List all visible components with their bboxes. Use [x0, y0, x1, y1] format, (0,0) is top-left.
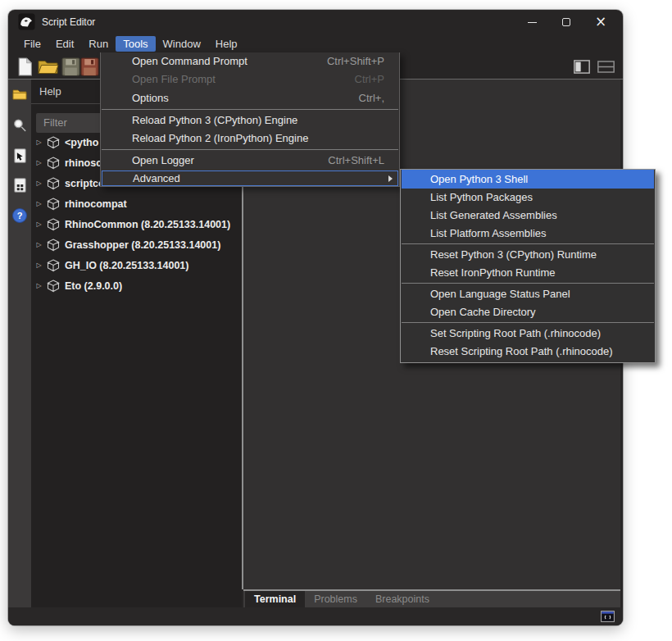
save-all-icon — [80, 57, 99, 76]
template-file-icon — [14, 178, 26, 193]
scripts-panel-button[interactable] — [8, 148, 31, 163]
status-bar — [8, 607, 623, 625]
tab-breakpoints[interactable]: Breakpoints — [366, 591, 438, 607]
submenu-item-reset-scripting-root-path[interactable]: Reset Scripting Root Path (.rhinocode) — [402, 343, 654, 361]
menu-item-advanced[interactable]: Advanced — [102, 170, 398, 186]
menu-item-reload-python3-engine[interactable]: Reload Python 3 (CPython) Engine — [101, 111, 399, 130]
submenu-item-list-platform-assemblies[interactable]: List Platform Assemblies — [402, 225, 654, 243]
window-title: Script Editor — [42, 10, 95, 34]
menu-item-open-logger[interactable]: Open Logger Ctrl+Shift+L — [101, 152, 399, 170]
new-file-button[interactable] — [17, 57, 33, 76]
menu-separator — [102, 149, 398, 150]
titlebar: Script Editor — [8, 10, 623, 34]
package-icon — [47, 136, 60, 149]
menu-item-open-command-prompt[interactable]: Open Command Prompt Ctrl+Shift+P — [101, 52, 399, 70]
menu-separator — [402, 243, 654, 244]
shortcut: Ctrl+Shift+L — [328, 152, 384, 170]
shortcut: Ctrl+Shift+P — [327, 52, 384, 70]
tab-terminal[interactable]: Terminal — [245, 591, 305, 607]
close-button[interactable] — [583, 10, 618, 34]
tree-item-eto[interactable]: Eto (2.9.0.0) — [31, 275, 242, 296]
expand-chevron-icon[interactable] — [33, 261, 45, 269]
script-window-button[interactable] — [601, 611, 615, 622]
submenu-item-open-cache-directory[interactable]: Open Cache Directory — [402, 303, 654, 321]
search-panel-button[interactable] — [8, 118, 31, 133]
expand-chevron-icon[interactable] — [33, 241, 45, 248]
activity-bar — [8, 80, 31, 607]
package-icon — [47, 239, 60, 252]
expand-chevron-icon[interactable] — [33, 139, 45, 146]
package-icon — [47, 280, 60, 293]
shortcut: Ctrl+, — [359, 89, 384, 107]
submenu-arrow-icon — [388, 175, 393, 182]
package-icon — [47, 259, 60, 272]
tools-menu: Open Command Prompt Ctrl+Shift+P Open Fi… — [100, 52, 400, 187]
expand-chevron-icon[interactable] — [33, 220, 45, 228]
open-folder-icon — [38, 58, 59, 75]
shortcut: Ctrl+P — [355, 70, 384, 89]
minimize-icon — [528, 22, 537, 23]
rhino-8-logo-icon — [18, 13, 35, 30]
help-panel-button[interactable] — [8, 208, 31, 223]
files-folder-icon — [12, 89, 27, 101]
menu-window[interactable]: Window — [156, 36, 208, 52]
tree-item-rhinocompat[interactable]: rhinocompat — [31, 193, 242, 214]
toggle-left-panel-icon — [574, 60, 590, 74]
submenu-item-open-language-status-panel[interactable]: Open Language Status Panel — [402, 285, 654, 303]
package-icon — [47, 157, 60, 170]
menu-separator — [402, 283, 654, 284]
submenu-item-set-scripting-root-path[interactable]: Set Scripting Root Path (.rhinocode) — [402, 325, 654, 343]
expand-chevron-icon[interactable] — [33, 200, 45, 207]
menu-file[interactable]: File — [16, 36, 48, 52]
window-controls — [515, 10, 618, 34]
menu-separator — [402, 322, 654, 323]
save-button[interactable] — [61, 57, 80, 76]
menu-tools[interactable]: Tools — [116, 36, 155, 52]
menu-item-open-file-prompt: Open File Prompt Ctrl+P — [101, 70, 399, 89]
search-icon — [12, 118, 27, 133]
toggle-bottom-panel-button[interactable] — [597, 61, 615, 73]
expand-chevron-icon[interactable] — [33, 159, 45, 166]
save-icon — [61, 57, 80, 76]
advanced-submenu: Open Python 3 Shell List Python Packages… — [400, 169, 656, 363]
minimize-button[interactable] — [515, 10, 549, 34]
close-icon — [595, 15, 606, 30]
menu-item-options[interactable]: Options Ctrl+, — [101, 89, 399, 107]
menu-edit[interactable]: Edit — [48, 36, 81, 52]
package-icon — [47, 177, 60, 190]
help-icon — [12, 208, 27, 223]
menu-help[interactable]: Help — [208, 36, 245, 52]
submenu-item-reset-python3-runtime[interactable]: Reset Python 3 (CPython) Runtime — [402, 246, 654, 264]
menu-separator — [102, 109, 398, 110]
submenu-item-list-generated-assemblies[interactable]: List Generated Assemblies — [402, 207, 654, 225]
submenu-item-reset-ironpython-runtime[interactable]: Reset IronPython Runtime — [402, 264, 654, 282]
maximize-icon — [562, 18, 570, 26]
menubar: File Edit Run Tools Window Help — [16, 34, 245, 52]
expand-chevron-icon[interactable] — [33, 180, 45, 187]
files-panel-button[interactable] — [8, 89, 31, 101]
toggle-bottom-panel-icon — [597, 61, 615, 73]
toggle-left-panel-button[interactable] — [574, 60, 590, 74]
menu-item-reload-python2-engine[interactable]: Reload Python 2 (IronPython) Engine — [101, 130, 399, 148]
submenu-item-list-python-packages[interactable]: List Python Packages — [402, 189, 654, 207]
package-icon — [47, 198, 60, 211]
tree-item-rhinocommon[interactable]: RhinoCommon (8.20.25133.14001) — [31, 214, 242, 234]
bottom-tab-bar: Terminal Problems Breakpoints — [243, 589, 620, 607]
new-file-icon — [17, 57, 33, 76]
submenu-item-open-python3-shell[interactable]: Open Python 3 Shell — [402, 170, 654, 189]
expand-chevron-icon[interactable] — [33, 282, 45, 289]
templates-panel-button[interactable] — [8, 178, 31, 193]
open-file-button[interactable] — [38, 58, 59, 75]
save-all-button[interactable] — [80, 57, 99, 76]
maximize-button[interactable] — [549, 10, 583, 34]
tree-item-gh-io[interactable]: GH_IO (8.20.25133.14001) — [31, 255, 242, 275]
script-window-icon — [601, 611, 615, 622]
tab-problems[interactable]: Problems — [305, 591, 366, 607]
tree-item-grasshopper[interactable]: Grasshopper (8.20.25133.14001) — [31, 234, 242, 255]
package-icon — [47, 218, 60, 231]
menu-run[interactable]: Run — [81, 36, 116, 52]
script-file-icon — [14, 148, 26, 163]
